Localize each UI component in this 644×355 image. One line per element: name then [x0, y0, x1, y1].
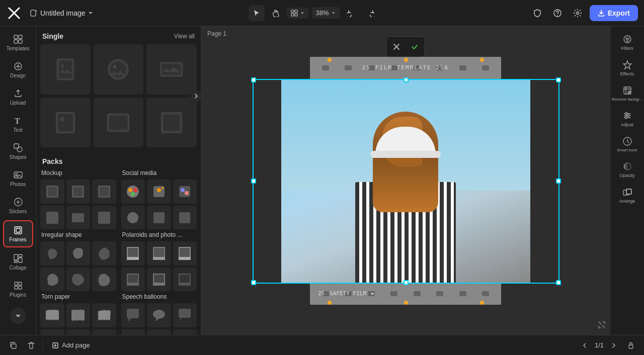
svg-rect-65 [153, 212, 165, 223]
mockup-label: Mockup [40, 169, 116, 176]
torn-thumb-5[interactable] [66, 329, 91, 335]
polar-thumb-2[interactable] [147, 241, 171, 265]
effects-tool[interactable]: Effects [612, 56, 642, 80]
mockup-thumb-1[interactable] [40, 180, 64, 204]
svg-rect-3 [291, 10, 294, 13]
speech-thumb-1[interactable] [121, 303, 145, 327]
speech-thumb-6[interactable] [173, 329, 197, 335]
speech-thumb-2[interactable] [147, 303, 171, 327]
select-tool[interactable] [249, 5, 265, 21]
svg-point-63 [185, 191, 189, 195]
arrange-tool[interactable]: Arrange [612, 183, 642, 208]
sidebar-item-photos[interactable]: Photos [3, 166, 33, 191]
nav-more-button[interactable] [10, 308, 26, 324]
torn-thumb-2[interactable] [66, 303, 91, 327]
irreg-thumb-3[interactable] [92, 241, 116, 265]
sidebar-item-frames[interactable]: Frames [3, 220, 33, 247]
social-thumb-4[interactable] [121, 206, 145, 230]
polar-thumb-4[interactable] [121, 268, 145, 292]
single-frame-5[interactable] [94, 98, 144, 148]
packs-row-3: Torn paper Speech balloons [40, 293, 197, 335]
film-footer-text: SAFETY FILM [330, 290, 366, 297]
speech-thumb-4[interactable] [121, 329, 145, 335]
sidebar-item-collage[interactable]: Collage [3, 249, 33, 275]
single-frame-3[interactable] [146, 44, 197, 95]
torn-thumb-6[interactable] [92, 329, 116, 335]
opacity-tool[interactable]: Opacity [612, 157, 642, 182]
svg-rect-79 [154, 275, 164, 283]
irreg-thumb-5[interactable] [66, 268, 91, 292]
mockup-thumb-6[interactable] [92, 206, 116, 230]
smart-tools-tool[interactable]: Smart tools [612, 132, 642, 156]
filters-tool[interactable]: Filters [612, 30, 642, 55]
hand-tool[interactable] [268, 5, 284, 21]
torn-thumb-3[interactable] [92, 303, 116, 327]
redo-button[interactable] [362, 5, 378, 21]
copy-icon[interactable] [6, 338, 20, 352]
irreg-thumb-1[interactable] [40, 241, 64, 265]
sidebar-item-text[interactable]: T Text [3, 112, 33, 137]
svg-rect-22 [14, 254, 18, 260]
mockup-thumb-5[interactable] [66, 206, 91, 230]
settings-icon[interactable] [570, 5, 586, 21]
canvas-area[interactable]: Page 1 [201, 26, 610, 335]
sidebar-item-upload[interactable]: Upload [3, 84, 33, 110]
polar-thumb-6[interactable] [173, 268, 197, 292]
speech-thumb-3[interactable] [173, 303, 197, 327]
sidebar-item-design[interactable]: Design [3, 57, 33, 82]
file-title-dropdown[interactable]: Untitled image [26, 7, 98, 19]
polar-thumb-3[interactable] [173, 241, 197, 265]
bottombar-right: 1/1 [578, 338, 638, 352]
svg-rect-51 [46, 212, 58, 224]
irreg-thumb-2[interactable] [66, 241, 91, 265]
social-thumb-6[interactable] [173, 206, 197, 230]
view-all-link[interactable]: View all [174, 33, 195, 40]
polar-thumb-5[interactable] [147, 268, 171, 292]
topbar-right: Export [529, 5, 638, 21]
next-page-button[interactable] [607, 338, 621, 352]
shield-icon[interactable] [529, 5, 545, 21]
irreg-thumb-6[interactable] [92, 268, 116, 292]
social-thumb-5[interactable] [147, 206, 171, 230]
zoom-dropdown[interactable]: 38% [312, 7, 340, 19]
mockup-thumb-3[interactable] [92, 180, 116, 204]
cancel-button[interactable] [388, 39, 405, 55]
app-logo[interactable] [6, 5, 22, 21]
prev-page-button[interactable] [578, 338, 592, 352]
single-frame-4[interactable] [40, 98, 91, 148]
sidebar-item-templates[interactable]: Templates [3, 30, 33, 55]
irreg-thumb-4[interactable] [40, 268, 64, 292]
single-frame-1[interactable] [40, 44, 91, 95]
sidebar-item-plugins[interactable]: Plugins [3, 277, 33, 302]
export-button[interactable]: Export [590, 5, 638, 21]
opacity-tool-label: Opacity [619, 173, 635, 178]
add-page-button[interactable]: Add page [47, 339, 95, 351]
help-icon[interactable] [549, 5, 566, 21]
topbar: Untitled image 38% [0, 0, 644, 26]
torn-thumb-1[interactable] [40, 303, 64, 327]
mockup-thumb-2[interactable] [66, 180, 91, 204]
single-frame-6[interactable] [146, 98, 197, 148]
undo-button[interactable] [343, 5, 359, 21]
sidebar-item-stickers[interactable]: Stickers [3, 193, 33, 218]
canvas-expand-icon[interactable] [598, 321, 606, 331]
adjust-tool[interactable]: Adjust [612, 107, 642, 131]
view-dropdown[interactable] [287, 8, 309, 19]
svg-rect-2 [31, 10, 36, 16]
social-thumb-3[interactable] [173, 180, 197, 204]
social-thumb-1[interactable] [121, 180, 145, 204]
remove-bg-tool[interactable]: Remove backgr... [612, 81, 642, 106]
confirm-button[interactable] [407, 39, 423, 55]
filters-tool-label: Filters [621, 46, 633, 51]
polaroids-label: Polaroids and photo ... [121, 231, 197, 238]
single-frame-2[interactable] [94, 44, 144, 95]
lock-icon[interactable] [624, 338, 638, 352]
social-thumb-2[interactable] [147, 180, 171, 204]
speech-thumb-5[interactable] [147, 329, 171, 335]
single-next-arrow[interactable] [191, 91, 201, 102]
mockup-thumb-4[interactable] [40, 206, 64, 230]
sidebar-item-shapes[interactable]: Shapes [3, 139, 33, 164]
trash-icon[interactable] [24, 338, 38, 352]
polar-thumb-1[interactable] [121, 241, 145, 265]
torn-thumb-4[interactable] [40, 329, 64, 335]
